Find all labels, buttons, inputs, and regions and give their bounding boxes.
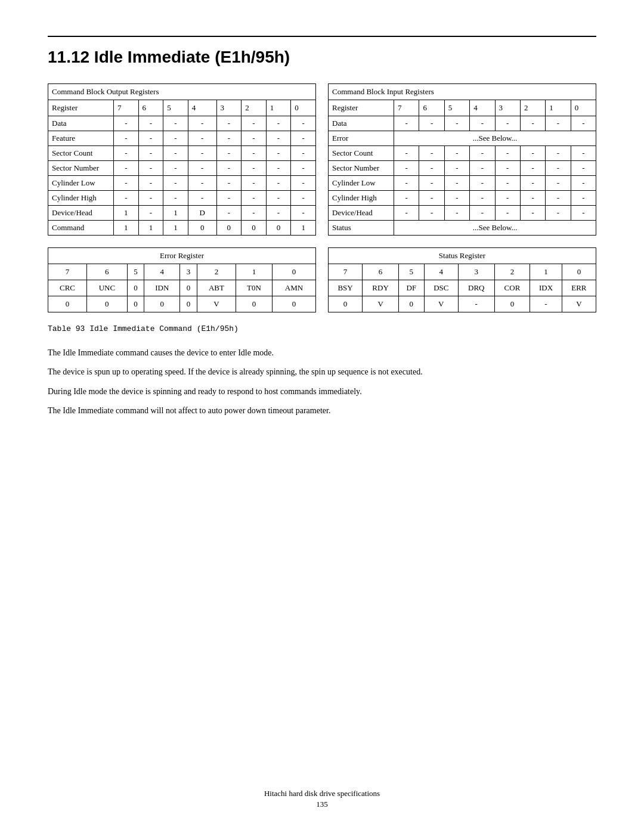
table-cell: - [138,116,163,131]
table-cell: 0 [242,221,267,236]
table-cell: - [266,191,291,206]
table-cell: Sector Number [329,161,394,176]
bit-label: 2 [197,264,236,280]
register-tables-row: Command Block Output Registers Register … [48,83,596,236]
status-register-table: Status Register 76543210 BSYRDYDFDSCDRQC… [328,247,596,312]
table-cell: - [242,131,267,146]
input-col-5: 5 [444,100,469,116]
table-cell: - [163,116,188,131]
table-cell: - [266,116,291,131]
output-col-2: 2 [242,100,267,116]
table-cell: - [216,176,242,191]
table-cell: 1 [163,206,188,221]
table-cell: - [444,176,469,191]
table-cell: - [458,296,494,312]
table-cell: - [520,146,545,161]
table-cell: - [394,191,419,206]
table-cell: - [419,116,444,131]
table-cell: - [266,176,291,191]
table-cell: Device/Head [48,206,114,221]
table-cell: Device/Head [329,206,394,221]
table-cell: 0 [266,221,291,236]
table-cell: - [291,131,316,146]
table-cell: - [242,206,267,221]
table-cell: D [188,206,216,221]
error-register-wrap: Error Register 76543210 CRCUNC0IDN0ABTT0… [48,247,316,312]
table-cell: - [394,146,419,161]
bit-label: 2 [494,264,530,280]
output-col-5: 5 [163,100,188,116]
table-cell: - [546,161,571,176]
table-cell: 1 [114,221,139,236]
input-col-7: 7 [394,100,419,116]
output-col-6: 6 [138,100,163,116]
table-cell: - [520,176,545,191]
table-cell: - [216,206,242,221]
table-cell: ABT [197,280,236,296]
table-cell: - [495,116,520,131]
output-table-header: Command Block Output Registers [48,84,316,100]
table-cell: 0 [188,221,216,236]
table-cell: - [444,191,469,206]
table-cell: - [163,161,188,176]
table-cell: - [571,191,596,206]
table-cell: 0 [87,296,128,312]
top-rule [48,36,596,37]
table-cell: - [520,191,545,206]
bit-label: 3 [180,264,197,280]
input-col-0: 0 [571,100,596,116]
table-cell: 0 [494,296,530,312]
table-cell: - [114,146,139,161]
table-cell: - [394,206,419,221]
table-cell: - [266,131,291,146]
table-cell: Cylinder Low [329,176,394,191]
table-cell: - [520,206,545,221]
table-cell: - [138,131,163,146]
table-cell: - [495,161,520,176]
table-cell: - [266,146,291,161]
table-cell: - [216,191,242,206]
table-cell: DF [398,280,424,296]
footer-page: 135 [316,800,328,809]
table-cell: - [444,146,469,161]
bit-label: 7 [329,264,363,280]
table-cell: - [242,116,267,131]
table-cell: - [291,116,316,131]
output-col-register: Register [48,100,114,116]
table-cell: Sector Count [329,146,394,161]
table-cell: - [571,176,596,191]
table-cell: - [242,176,267,191]
table-cell: - [394,176,419,191]
table-cell: - [444,206,469,221]
input-col-1: 1 [546,100,571,116]
table-cell: - [291,191,316,206]
table-cell: - [163,146,188,161]
table-cell: - [242,191,267,206]
bit-label: 0 [562,264,596,280]
table-cell: - [419,206,444,221]
table-cell: - [114,191,139,206]
table-cell: - [520,116,545,131]
table-cell: ...See Below... [394,221,596,236]
table-cell: - [546,146,571,161]
table-cell: - [419,146,444,161]
table-cell: 0 [398,296,424,312]
bottom-tables-row: Error Register 76543210 CRCUNC0IDN0ABTT0… [48,247,596,312]
table-cell: - [138,146,163,161]
output-col-1: 1 [266,100,291,116]
table-cell: CRC [48,280,87,296]
table-cell: Data [329,116,394,131]
table-cell: - [188,116,216,131]
table-cell: Status [329,221,394,236]
table-cell: - [291,176,316,191]
table-cell: - [138,161,163,176]
bit-label: 5 [127,264,144,280]
bit-label: 0 [272,264,315,280]
table-cell: BSY [329,280,363,296]
table-cell: 0 [236,296,272,312]
bit-label: 7 [48,264,87,280]
table-cell: 0 [216,221,242,236]
table-cell: - [394,161,419,176]
bit-label: 6 [87,264,128,280]
table-cell: 0 [180,280,197,296]
